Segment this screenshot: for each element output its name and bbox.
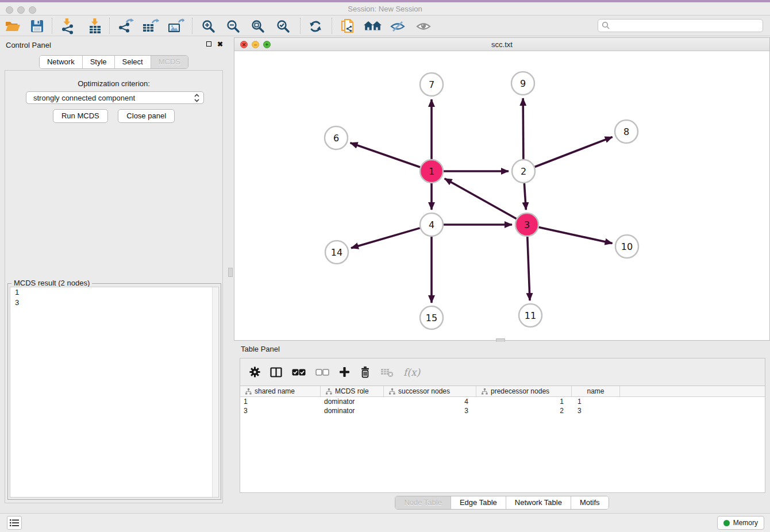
graph-node-14[interactable]: 14 (325, 241, 348, 264)
graph-edge-3-10[interactable] (539, 227, 613, 243)
export-network-button[interactable] (115, 17, 136, 35)
graph-node-8[interactable]: 8 (615, 120, 638, 143)
tab-edge-table[interactable]: Edge Table (451, 496, 506, 509)
network-window-titlebar[interactable]: ✕ − + scc.txt (234, 38, 769, 51)
select-all-button[interactable] (292, 369, 306, 376)
graph-node-10[interactable]: 10 (615, 235, 638, 258)
tab-select[interactable]: Select (115, 56, 151, 68)
column-header-shared-name[interactable]: shared name (240, 386, 321, 396)
float-panel-button[interactable] (205, 41, 213, 49)
open-file-button[interactable] (2, 17, 23, 35)
graph-node-1[interactable]: 1 (420, 160, 443, 183)
graph-edge-3-11[interactable] (528, 237, 530, 300)
show-all-button[interactable] (413, 17, 434, 35)
eye-icon (416, 20, 431, 33)
graph-edge-3-1[interactable] (445, 179, 517, 219)
control-panel: Control Panel ✖ Network Style Select MCD… (0, 36, 228, 513)
window-title: Session: New Session (0, 5, 770, 13)
graph-edge-2-8[interactable] (535, 137, 613, 167)
delete-column-button[interactable] (360, 366, 371, 378)
import-table-button[interactable] (85, 17, 106, 35)
graph-node-label: 2 (521, 166, 526, 177)
vertical-splitter[interactable] (228, 36, 234, 513)
graph-node-9[interactable]: 9 (511, 72, 534, 95)
tab-node-table[interactable]: Node Table (395, 496, 451, 509)
search-input[interactable] (610, 22, 763, 30)
table-cell[interactable]: dominator (321, 406, 384, 415)
graph-node-7[interactable]: 7 (420, 73, 443, 96)
zoom-selected-button[interactable] (273, 17, 294, 35)
table-cell[interactable]: 2 (476, 406, 572, 415)
graph-node-label: 15 (426, 313, 437, 323)
graph-node-2[interactable]: 2 (512, 160, 535, 183)
add-column-button[interactable] (339, 367, 350, 377)
criterion-select[interactable]: strongly connected component (26, 91, 204, 104)
function-builder-button[interactable]: f(x) (403, 367, 420, 378)
table-cell[interactable]: dominator (321, 397, 384, 406)
split-columns-button[interactable] (270, 367, 282, 377)
table-cell[interactable]: 1 (572, 397, 620, 406)
graph-node-label: 10 (621, 241, 633, 252)
table-cell[interactable]: 3 (572, 406, 620, 415)
task-history-button[interactable] (7, 516, 22, 530)
toolbar-separator (300, 18, 301, 34)
mcds-result-area[interactable]: 1 3 (10, 287, 219, 498)
list-icon (10, 519, 19, 527)
refresh-layout-button[interactable] (305, 17, 326, 35)
graph-node-11[interactable]: 11 (519, 304, 542, 327)
table-settings-button[interactable] (249, 367, 260, 377)
close-panel-button-mcds[interactable]: Close panel (118, 109, 175, 123)
trash-icon (360, 366, 371, 378)
column-header-predecessor-nodes[interactable]: predecessor nodes (476, 386, 572, 396)
column-header-mcds-role[interactable]: MCDS role (321, 386, 384, 396)
export-table-button[interactable] (140, 17, 161, 35)
zoom-out-button[interactable] (223, 17, 244, 35)
column-header-successor-nodes[interactable]: successor nodes (384, 386, 476, 396)
memory-button[interactable]: Memory (717, 516, 764, 530)
table-cell[interactable]: 3 (384, 406, 476, 415)
tab-mcds[interactable]: MCDS (151, 56, 188, 68)
graph-edge-1-6[interactable] (351, 143, 421, 167)
table-cell[interactable]: 1 (240, 397, 321, 406)
first-neighbors-button[interactable] (363, 17, 383, 35)
graph-edge-2-9[interactable] (523, 98, 523, 159)
zoom-in-button[interactable] (198, 17, 219, 35)
table-cell[interactable]: 3 (240, 406, 321, 415)
import-network-button[interactable] (57, 17, 78, 35)
hide-selected-button[interactable] (387, 17, 408, 35)
close-panel-button[interactable]: ✖ (216, 41, 224, 49)
titlebar: Session: New Session (0, 2, 770, 16)
run-mcds-button[interactable]: Run MCDS (53, 109, 108, 123)
graph-node-4[interactable]: 4 (420, 213, 443, 236)
clone-network-button[interactable] (337, 17, 358, 35)
node-table: shared name MCDS role successor nodes pr… (240, 385, 765, 492)
graph-node-15[interactable]: 15 (420, 306, 443, 329)
column-header-name[interactable]: name (572, 386, 620, 396)
graph-edge-2-3[interactable] (524, 183, 526, 210)
splitter-handle[interactable] (228, 268, 233, 277)
tab-motifs[interactable]: Motifs (571, 496, 609, 509)
table-cell[interactable]: 1 (476, 397, 572, 406)
graph-node-label: 1 (429, 166, 434, 177)
import-table-icon (88, 18, 103, 34)
table-row[interactable]: 1dominator411 (240, 397, 765, 406)
delete-table-button[interactable] (380, 367, 394, 377)
table-cell[interactable]: 4 (384, 397, 476, 406)
graph-node-6[interactable]: 6 (325, 126, 348, 149)
export-image-button[interactable] (165, 17, 186, 35)
table-row[interactable]: 3dominator323 (240, 406, 765, 415)
tab-network-table[interactable]: Network Table (506, 496, 571, 509)
graph-edge-4-14[interactable] (351, 228, 420, 248)
search-field[interactable] (598, 19, 763, 32)
flow-icon (389, 388, 395, 395)
graph-node-3[interactable]: 3 (515, 213, 538, 236)
tab-network[interactable]: Network (40, 56, 83, 68)
flow-icon (245, 388, 252, 395)
zoom-fit-button[interactable] (248, 17, 268, 35)
network-canvas[interactable]: 7968124314101511 (234, 51, 769, 340)
deselect-all-button[interactable] (315, 369, 329, 376)
save-session-button[interactable] (26, 17, 47, 35)
search-icon (602, 21, 610, 30)
tab-style[interactable]: Style (83, 56, 115, 68)
result-scrollbar[interactable] (212, 287, 218, 497)
